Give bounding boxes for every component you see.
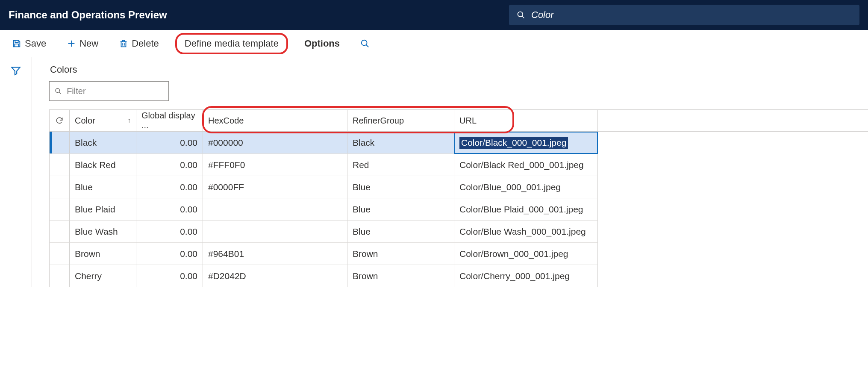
header-color[interactable]: Color ↑	[70, 110, 136, 131]
cell-refiner-group[interactable]: Blue	[347, 198, 454, 221]
cell-color[interactable]: Brown	[70, 243, 136, 265]
filter-box[interactable]	[49, 81, 169, 101]
cell-color[interactable]: Blue Plaid	[70, 198, 136, 221]
action-search-button[interactable]	[356, 36, 374, 51]
cell-hexcode[interactable]: #964B01	[203, 243, 347, 265]
svg-line-7	[366, 44, 369, 47]
table-row[interactable]: Blue Wash0.00BlueColor/Blue Wash_000_001…	[49, 221, 868, 243]
data-grid: Color ↑ Global display ... HexCode Refin…	[49, 109, 868, 287]
cell-hexcode[interactable]: #0000FF	[203, 176, 347, 198]
search-icon	[360, 39, 370, 48]
global-search[interactable]: Color	[509, 5, 859, 25]
row-marker[interactable]	[49, 243, 70, 265]
cell-hexcode[interactable]	[203, 198, 347, 221]
cell-global-display[interactable]: 0.00	[136, 221, 203, 243]
global-search-value: Color	[531, 9, 554, 21]
refresh-header[interactable]	[49, 110, 70, 131]
svg-line-1	[522, 16, 524, 18]
header-hexcode[interactable]: HexCode	[203, 110, 347, 131]
define-media-template-button[interactable]: Define media template	[175, 33, 288, 54]
cell-global-display[interactable]: 0.00	[136, 176, 203, 198]
delete-button[interactable]: Delete	[115, 35, 163, 52]
new-button[interactable]: New	[62, 35, 103, 52]
cell-url[interactable]: Color/Blue Plaid_000_001.jpeg	[454, 198, 598, 221]
search-icon	[517, 11, 525, 19]
grid-header-row: Color ↑ Global display ... HexCode Refin…	[49, 109, 868, 132]
cell-hexcode[interactable]: #D2042D	[203, 265, 347, 287]
filter-funnel-button[interactable]	[10, 65, 21, 287]
cell-global-display[interactable]: 0.00	[136, 243, 203, 265]
table-row[interactable]: Black0.00#000000BlackColor/Black_000_001…	[49, 132, 868, 154]
row-marker[interactable]	[49, 176, 70, 198]
cell-global-display[interactable]: 0.00	[136, 265, 203, 287]
trash-icon	[119, 39, 128, 48]
cell-url[interactable]: Color/Blue_000_001.jpeg	[454, 176, 598, 198]
cell-url[interactable]: Color/Cherry_000_001.jpeg	[454, 265, 598, 287]
header-url[interactable]: URL	[454, 110, 598, 131]
table-row[interactable]: Cherry0.00#D2042DBrownColor/Cherry_000_0…	[49, 265, 868, 287]
cell-url[interactable]: Color/Black_000_001.jpeg	[454, 132, 598, 154]
table-row[interactable]: Blue Plaid0.00BlueColor/Blue Plaid_000_0…	[49, 198, 868, 221]
cell-color[interactable]: Black Red	[70, 154, 136, 176]
cell-refiner-group[interactable]: Red	[347, 154, 454, 176]
filter-input[interactable]	[66, 86, 163, 97]
action-bar: Save New Delete Define media template Op…	[0, 30, 868, 57]
delete-label: Delete	[132, 38, 159, 49]
top-bar: Finance and Operations Preview Color	[0, 0, 868, 30]
cell-color[interactable]: Black	[70, 132, 136, 154]
cell-hexcode[interactable]	[203, 221, 347, 243]
save-button[interactable]: Save	[8, 35, 50, 52]
cell-refiner-group[interactable]: Black	[347, 132, 454, 154]
options-label: Options	[304, 38, 340, 49]
cell-global-display[interactable]: 0.00	[136, 198, 203, 221]
cell-color[interactable]: Blue Wash	[70, 221, 136, 243]
cell-url[interactable]: Color/Brown_000_001.jpeg	[454, 243, 598, 265]
content-area: Colors Color ↑ Global display ... HexCod…	[0, 57, 868, 287]
sort-asc-icon: ↑	[127, 117, 131, 124]
cell-global-display[interactable]: 0.00	[136, 154, 203, 176]
table-row[interactable]: Black Red0.00#FFF0F0RedColor/Black Red_0…	[49, 154, 868, 176]
main-area: Colors Color ↑ Global display ... HexCod…	[32, 57, 868, 287]
options-button[interactable]: Options	[300, 35, 344, 52]
left-rail	[0, 57, 32, 287]
app-title: Finance and Operations Preview	[9, 9, 167, 21]
cell-refiner-group[interactable]: Blue	[347, 221, 454, 243]
header-refiner-group[interactable]: RefinerGroup	[347, 110, 454, 131]
svg-point-6	[362, 40, 367, 45]
save-label: Save	[25, 38, 46, 49]
cell-color[interactable]: Cherry	[70, 265, 136, 287]
cell-refiner-group[interactable]: Brown	[347, 243, 454, 265]
cell-global-display[interactable]: 0.00	[136, 132, 203, 154]
row-marker[interactable]	[49, 265, 70, 287]
plus-icon	[67, 39, 76, 48]
refresh-icon	[55, 116, 64, 125]
new-label: New	[79, 38, 98, 49]
page-title: Colors	[50, 64, 868, 75]
header-global-display[interactable]: Global display ...	[136, 110, 203, 131]
grid-body: Black0.00#000000BlackColor/Black_000_001…	[49, 132, 868, 287]
row-marker[interactable]	[49, 198, 70, 221]
cell-refiner-group[interactable]: Blue	[347, 176, 454, 198]
cell-url[interactable]: Color/Blue Wash_000_001.jpeg	[454, 221, 598, 243]
save-icon	[12, 39, 21, 48]
svg-point-8	[56, 88, 59, 92]
table-row[interactable]: Blue0.00#0000FFBlueColor/Blue_000_001.jp…	[49, 176, 868, 198]
svg-point-0	[518, 12, 523, 17]
define-media-template-label: Define media template	[185, 38, 279, 49]
row-marker[interactable]	[49, 154, 70, 176]
search-icon	[55, 87, 62, 95]
cell-hexcode[interactable]: #000000	[203, 132, 347, 154]
cell-url[interactable]: Color/Black Red_000_001.jpeg	[454, 154, 598, 176]
cell-hexcode[interactable]: #FFF0F0	[203, 154, 347, 176]
svg-line-9	[59, 92, 61, 94]
cell-refiner-group[interactable]: Brown	[347, 265, 454, 287]
cell-color[interactable]: Blue	[70, 176, 136, 198]
funnel-icon	[10, 65, 21, 76]
table-row[interactable]: Brown0.00#964B01BrownColor/Brown_000_001…	[49, 243, 868, 265]
row-marker[interactable]	[49, 221, 70, 243]
row-marker[interactable]	[49, 132, 70, 154]
